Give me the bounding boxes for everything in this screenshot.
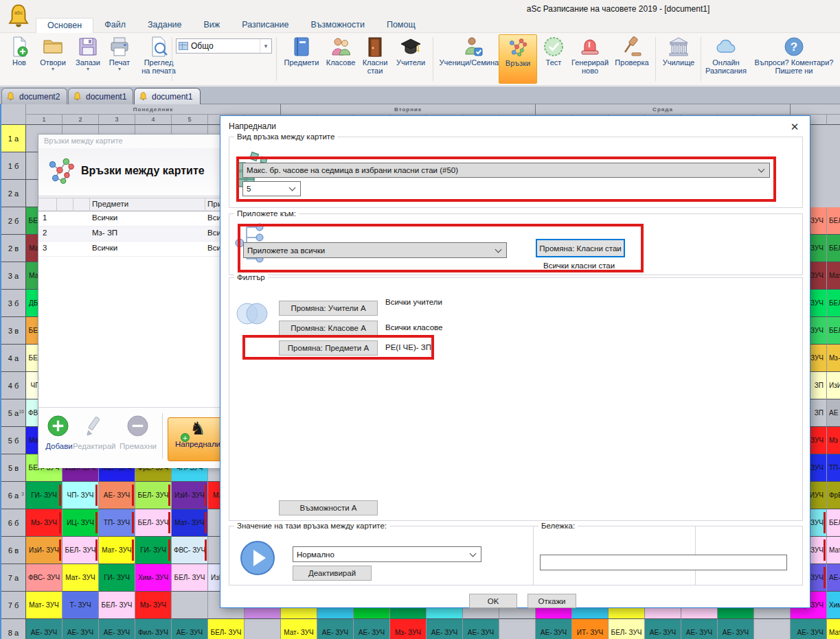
lesson-cell[interactable]: Мат- ЗУЧ [26, 592, 63, 619]
check-button[interactable]: Проверка [611, 34, 652, 84]
open-dropdown-caret[interactable]: ▾ [33, 67, 73, 71]
questions-button[interactable]: ? Въпроси? Коментари? Пишете ни [750, 34, 838, 84]
lesson-cell[interactable]: Мз- ЗУЧ [135, 592, 172, 619]
lesson-cell[interactable]: ИзИ [827, 372, 840, 399]
close-icon[interactable]: ✕ [788, 120, 802, 134]
lesson-cell[interactable]: ТП- ЗУЧ [99, 509, 135, 537]
cancel-button[interactable]: Откажи [527, 594, 576, 608]
lesson-cell[interactable]: Хим- ЗУЧ [135, 564, 172, 592]
online-timetables-button[interactable]: Онлайн Разписания [705, 34, 747, 84]
lesson-cell[interactable]: АЕ- ЗУЧ [645, 619, 681, 639]
lesson-cell[interactable]: БЕЛ- ЗУЧ [135, 509, 172, 537]
document-tab-0[interactable]: document2 [1, 88, 67, 104]
lesson-cell[interactable]: Мат [827, 537, 840, 564]
lesson-cell[interactable] [754, 619, 791, 639]
lesson-cell[interactable]: АЕ- ЗУЧ [354, 619, 390, 639]
lesson-cell[interactable]: ИТ- ЗУЧ [572, 619, 609, 639]
classes-button[interactable]: Класове [323, 34, 359, 84]
lesson-cell[interactable]: АЕ- ЗУЧ [536, 619, 572, 639]
lesson-cell[interactable]: Мз- ЗУЧ [26, 509, 63, 537]
lesson-cell[interactable]: БЕЛ [827, 207, 840, 235]
options-button[interactable]: Възможности А [279, 500, 378, 515]
open-button[interactable]: Отвори ▾ [33, 34, 73, 84]
row-header-3 в[interactable]: 3 в [1, 317, 26, 345]
lesson-cell[interactable]: БЕЛ- ЗУЧ [99, 592, 135, 619]
lesson-cell[interactable]: АЕ- ЗУЧ [99, 619, 135, 639]
school-button[interactable]: Училище [658, 34, 699, 84]
lesson-cell[interactable]: АЕ- ЗУЧ [718, 619, 754, 639]
row-header-2 б[interactable]: 2 б [1, 207, 26, 235]
row-header-3 а[interactable]: 3 а [1, 262, 26, 290]
lesson-cell[interactable]: АЕ- ЗУЧ [427, 619, 463, 639]
lesson-cell[interactable]: ГИ- ЗУЧ [99, 564, 135, 592]
lesson-cell[interactable]: ИзИ- ЗУЧ [26, 537, 63, 564]
change-filter-button-1[interactable]: Промяна: Класове А [279, 321, 378, 336]
links-button[interactable]: Връзки [499, 34, 537, 84]
lesson-cell[interactable]: БЕЛ [827, 317, 840, 345]
classrooms-button[interactable]: Класни стаи [359, 34, 391, 84]
lesson-cell[interactable]: АЕ- ЗУЧ [99, 482, 135, 509]
print-dropdown-caret[interactable]: ▾ [104, 67, 135, 71]
count-combo[interactable]: 5 [242, 181, 301, 196]
menu-tab-Задание[interactable]: Задание [137, 18, 193, 33]
lesson-cell[interactable]: БЕЛ- ЗУЧ [208, 619, 245, 639]
new-button[interactable]: Нов [5, 34, 33, 84]
lesson-cell[interactable]: Мат- ЗУЧ [99, 537, 135, 564]
note-input[interactable] [540, 555, 787, 570]
advanced-button[interactable]: ♞ + Напреднали [168, 417, 228, 461]
lesson-cell[interactable]: Мат [827, 262, 840, 290]
document-tab-2[interactable]: document1 [134, 88, 201, 104]
lesson-cell[interactable]: БЕЛ- ЗУЧ [63, 537, 99, 564]
menu-tab-Разписание[interactable]: Разписание [231, 18, 299, 33]
save-button[interactable]: Запази ▾ [73, 34, 103, 84]
row-header-5 а[interactable]: 5 а16 [1, 399, 26, 427]
lesson-cell[interactable]: Мат- ЗУЧ [172, 509, 208, 537]
menu-tab-Файл[interactable]: Файл [93, 18, 137, 33]
lesson-cell[interactable]: Мз [827, 427, 840, 454]
lesson-cell[interactable]: ФВС- ЗУЧ [26, 564, 63, 592]
save-dropdown-caret[interactable]: ▾ [73, 67, 103, 71]
lesson-cell[interactable]: АЕ- ЗУЧ [172, 619, 208, 639]
print-button[interactable]: Печат ▾ [104, 34, 135, 84]
lesson-cell[interactable]: АЕ ЗП [827, 399, 840, 427]
row-header-7 б[interactable]: 7 б [1, 592, 26, 619]
lesson-cell[interactable]: АЕ- ЗУЧ [317, 619, 354, 639]
lesson-cell[interactable]: ИЦ- ЗУЧ [63, 509, 99, 537]
lesson-cell[interactable]: ГИ- ЗУЧ [135, 537, 172, 564]
test-button[interactable]: Тест [538, 34, 569, 84]
lesson-cell[interactable]: БЕЛ [827, 509, 840, 537]
view-combo[interactable]: Общо ▾ [176, 38, 272, 54]
remove-icon[interactable] [126, 415, 149, 437]
lesson-cell[interactable]: ГИ- ЗУЧ [26, 482, 63, 509]
lesson-cell[interactable]: АЕ- [827, 564, 840, 592]
subjects-button[interactable]: Предмети [280, 34, 323, 84]
row-header-5 б[interactable]: 5 б [1, 427, 26, 454]
lesson-cell[interactable]: Мз- ЗУЧ [390, 619, 427, 639]
lesson-cell[interactable]: АЕ- ЗУЧ [681, 619, 718, 639]
teachers-button[interactable]: Учители [391, 34, 430, 84]
lesson-cell[interactable] [172, 592, 208, 619]
row-header-6 а[interactable]: 6 а3 [1, 482, 26, 509]
lesson-cell[interactable]: БЕЛ- ЗУЧ [609, 619, 645, 639]
lesson-cell[interactable]: Мат [827, 619, 840, 639]
deactivate-button[interactable]: Деактивирай [293, 566, 372, 581]
lesson-cell[interactable] [245, 619, 281, 639]
lesson-cell[interactable]: Т- ЗУЧ [63, 592, 99, 619]
lesson-cell[interactable]: Мат- ЗУЧ [63, 564, 99, 592]
lesson-cell[interactable]: ЧП- ЗУЧ [63, 482, 99, 509]
lesson-cell[interactable]: ФВС- ЗУЧ [172, 537, 208, 564]
document-tab-1[interactable]: document1 [68, 88, 133, 104]
row-header-2 а[interactable]: 2 а [1, 180, 26, 207]
lesson-cell[interactable]: Хим [827, 592, 840, 619]
edit-button-label[interactable]: Редактирай [73, 442, 115, 450]
row-header-6 б[interactable]: 6 б [1, 509, 26, 537]
lesson-cell[interactable]: Фил- ЗУЧ [135, 619, 172, 639]
generate-button[interactable]: Генерирай ново [569, 34, 611, 84]
print-preview-button[interactable]: Преглед на печата [136, 34, 181, 84]
row-header-4 а[interactable]: 4 а [1, 345, 26, 372]
lesson-cell[interactable]: Мз- [827, 345, 840, 372]
ok-button[interactable]: OK [469, 594, 517, 608]
row-header-7 а[interactable]: 7 а [1, 564, 26, 592]
view-combo-caret[interactable]: ▾ [260, 39, 271, 53]
row-header-3 б[interactable]: 3 б [1, 290, 26, 317]
